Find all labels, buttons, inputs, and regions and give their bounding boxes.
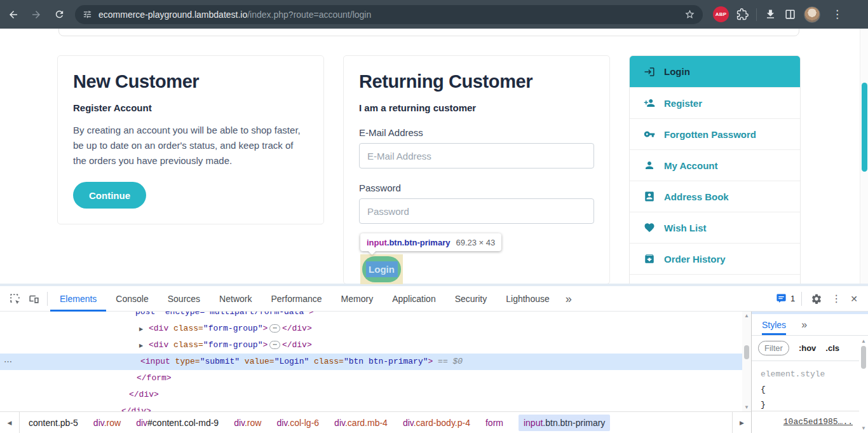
tab-elements[interactable]: Elements [50, 286, 106, 312]
tab-network[interactable]: Network [210, 286, 261, 312]
breadcrumb-item[interactable]: div.row [234, 418, 261, 428]
bookmark-star-icon[interactable] [684, 9, 695, 20]
breadcrumb-item[interactable]: div.col-lg-6 [276, 418, 319, 428]
sidebar-item-label: Address Book [664, 191, 729, 202]
elements-scrollbar[interactable]: ▲ ▼ [742, 312, 751, 411]
forward-icon[interactable] [27, 5, 46, 24]
tab-sources[interactable]: Sources [158, 286, 210, 312]
sidebar-item-register[interactable]: Register [630, 87, 800, 118]
inline-expand-button[interactable]: ⋯ [269, 324, 280, 333]
breadcrumb: ◀ content.pb-5div.rowdiv#content.col-md-… [0, 411, 751, 433]
scroll-up-icon[interactable]: ▲ [859, 338, 868, 344]
message-count: 1 [790, 294, 795, 303]
devtools-menu-icon[interactable]: ⋮ [831, 294, 841, 304]
back-icon[interactable] [4, 5, 23, 24]
sidebar-item-address-book[interactable]: Address Book [630, 181, 800, 212]
sidebar-item-order-history[interactable]: Order History [630, 243, 800, 274]
breadcrumb-item[interactable]: div#content.col-md-9 [136, 418, 219, 428]
expand-arrow-icon[interactable]: ▶ [139, 321, 149, 338]
user-plus-icon [644, 97, 655, 109]
page-scrollbar-thumb[interactable] [862, 83, 867, 172]
inline-expand-button[interactable]: ⋯ [269, 341, 280, 349]
more-tabs-icon[interactable]: » [559, 286, 578, 312]
inspect-element-icon[interactable] [6, 291, 23, 307]
page-scrollbar[interactable] [860, 29, 868, 284]
dom-tree: post" enctype="multipart/form-data">▶<di… [0, 312, 742, 411]
url-bar[interactable]: ecommerce-playground.lambdatest.io/index… [75, 5, 703, 24]
breadcrumb-item[interactable]: div.row [93, 418, 121, 428]
scroll-down-icon[interactable]: ▼ [742, 404, 751, 410]
node-options-icon[interactable]: ⋯ [4, 354, 12, 370]
extensions-puzzle-icon[interactable] [736, 8, 749, 20]
toggle-pseudo-state[interactable]: :hov [799, 343, 816, 353]
order-box-icon [644, 253, 655, 265]
browser-menu-icon[interactable]: ⋮ [828, 9, 846, 20]
tab-memory[interactable]: Memory [332, 286, 383, 312]
tab-lighthouse[interactable]: Lighthouse [496, 286, 559, 312]
styles-scrollbar-thumb[interactable] [861, 346, 866, 369]
heart-icon [644, 222, 655, 233]
new-customer-title: New Customer [73, 71, 308, 92]
toolbar-separator [801, 292, 802, 306]
breadcrumb-item[interactable]: form [485, 418, 503, 428]
sidebar-item-label: My Account [664, 160, 717, 171]
styles-scrollbar[interactable]: ▲ ▼ [859, 336, 868, 433]
scroll-up-icon[interactable]: ▲ [742, 313, 751, 319]
breadcrumb-item[interactable]: input.btn.btn-primary [519, 415, 610, 431]
sidebar-item-my-account[interactable]: My Account [630, 149, 800, 181]
profile-avatar[interactable] [804, 6, 820, 23]
dom-tree-node[interactable]: ⋯<input type="submit" value="Login" clas… [0, 354, 742, 370]
returning-customer-subtitle: I am a returning customer [359, 102, 594, 113]
styles-filter-input[interactable]: Filter [758, 341, 789, 355]
toolbar-separator [47, 292, 48, 306]
login-submit-button[interactable]: Login [366, 261, 398, 277]
side-panel-icon[interactable] [784, 8, 796, 20]
site-settings-icon[interactable] [83, 10, 92, 19]
devtools-toolbar: ElementsConsoleSourcesNetworkPerformance… [0, 286, 868, 312]
devtools-settings-icon[interactable] [808, 291, 825, 307]
element-style-selector[interactable]: element.style [761, 367, 868, 382]
password-field[interactable] [359, 198, 594, 224]
toolbar-separator [756, 8, 757, 21]
email-field[interactable] [359, 143, 594, 168]
dom-tree-node[interactable]: </form> [0, 370, 742, 387]
sidebar-item-label: Order History [664, 254, 726, 265]
console-messages-button[interactable]: 1 [776, 293, 795, 304]
dom-tree-node[interactable]: ▶<div class="form-group">⋯</div> [0, 337, 742, 354]
tab-styles[interactable]: Styles [762, 314, 786, 335]
new-customer-card: New Customer Register Account By creatin… [57, 55, 324, 224]
breadcrumb-item[interactable]: div.card-body.p-4 [403, 418, 470, 428]
sidebar-item-label: Register [664, 98, 702, 109]
dom-tree-node[interactable]: post" enctype="multipart/form-data"> [0, 312, 742, 320]
elements-tree: post" enctype="multipart/form-data">▶<di… [0, 312, 742, 411]
breadcrumb-scroll-right-icon[interactable]: ▶ [732, 412, 751, 433]
tab-application[interactable]: Application [383, 286, 445, 312]
tab-performance[interactable]: Performance [261, 286, 331, 312]
expand-arrow-icon[interactable]: ▶ [139, 338, 149, 354]
downloads-icon[interactable] [764, 8, 776, 20]
toggle-element-classes[interactable]: .cls [825, 343, 839, 353]
tooltip-selector-classes: .btn.btn-primary [387, 238, 451, 247]
elements-scrollbar-thumb[interactable] [744, 345, 749, 359]
stylesheet-source-link[interactable]: 10ac5ed1985….. [783, 417, 853, 427]
dom-tree-node[interactable]: ▶<div class="form-group">⋯</div> [0, 320, 742, 337]
breadcrumb-scroll-left-icon[interactable]: ◀ [0, 412, 20, 433]
dom-tree-node[interactable]: </div> [0, 387, 742, 403]
sidebar-item-wish-list[interactable]: Wish List [630, 212, 800, 243]
dom-tree-node[interactable]: </div> [0, 403, 742, 411]
scroll-down-icon[interactable]: ▼ [859, 425, 868, 431]
tab-security[interactable]: Security [445, 286, 497, 312]
sidebar-more-tabs-icon[interactable]: » [801, 319, 807, 331]
device-toolbar-icon[interactable] [25, 291, 42, 307]
adblock-extension-icon[interactable]: ABP [713, 6, 729, 22]
reload-icon[interactable] [50, 5, 69, 24]
devtools-close-icon[interactable]: ✕ [848, 294, 860, 304]
breadcrumb-item[interactable]: content.pb-5 [29, 418, 78, 428]
element-style-rule: element.style { } [752, 361, 868, 411]
breadcrumb-item[interactable]: div.card.mb-4 [334, 418, 388, 428]
sidebar-item-forgotten-password[interactable]: Forgotten Password [630, 118, 800, 149]
continue-button[interactable]: Continue [73, 182, 146, 209]
tab-console[interactable]: Console [106, 286, 158, 312]
tooltip-selector-tag: input [367, 238, 387, 247]
sidebar-item-login[interactable]: Login [630, 56, 800, 87]
